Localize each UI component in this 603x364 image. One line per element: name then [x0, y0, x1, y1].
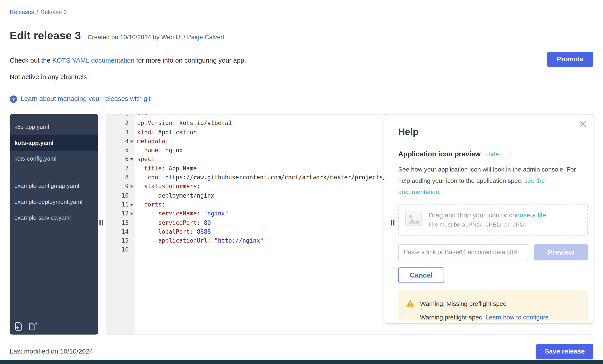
help-panel-resize-handle[interactable]	[391, 220, 394, 225]
line-number: 1	[106, 114, 129, 119]
file-item[interactable]: example-service.yaml	[10, 210, 98, 225]
help-title: Help	[398, 126, 587, 138]
title-row: Edit release 3 Created on 10/10/2024 by …	[10, 29, 224, 42]
line-number: 4	[106, 137, 129, 146]
line-number: 15	[106, 236, 129, 245]
breadcrumb-current: Release 3	[40, 9, 67, 15]
image-placeholder-icon	[405, 212, 422, 228]
created-text: Created on 10/10/2024 by Web UI /	[88, 34, 185, 41]
fold-toggle-icon[interactable]	[130, 186, 133, 188]
code-text: ports:	[134, 200, 165, 210]
fold-cell	[129, 245, 134, 255]
code-text: ---	[134, 114, 148, 119]
fold-cell	[129, 137, 134, 146]
fold-cell	[129, 236, 134, 245]
file-name: example-deployment.yaml	[14, 196, 83, 207]
fold-cell	[129, 218, 134, 227]
file-item[interactable]: k8s-app.yaml	[10, 119, 98, 134]
docs-info: Check out the KOTS YAML documentation fo…	[10, 56, 246, 64]
upload-file-icon[interactable]	[14, 322, 22, 331]
file-list: k8s-app.yamlkots-app.yamlkots-config.yam…	[10, 114, 98, 225]
dropzone-text-block: Drag and drop your icon or choose a file…	[429, 212, 546, 228]
code-text: applicationUrl: "http://nginx"	[134, 236, 264, 245]
fold-toggle-icon[interactable]	[130, 158, 133, 161]
line-number: 8	[106, 173, 129, 182]
fold-toggle-icon[interactable]	[130, 140, 133, 143]
code-text: name: nginx	[134, 146, 183, 155]
code-text: - serviceName: "nginx"	[134, 210, 228, 219]
file-item[interactable]: kots-app.yaml	[10, 135, 98, 151]
configure-preflight-link[interactable]: Learn how to configure	[486, 314, 549, 320]
question-mark-icon: ?	[10, 95, 17, 103]
line-number: 2	[106, 119, 129, 128]
code-text: - deployment/nginx	[134, 191, 214, 200]
fold-cell	[129, 146, 134, 155]
line-number: 3	[106, 128, 129, 137]
file-name: kots-config.yaml	[14, 153, 83, 164]
fold-cell	[129, 210, 134, 219]
created-info: Created on 10/10/2024 by Web UI / Paige …	[88, 34, 224, 41]
fold-cell	[129, 173, 134, 182]
code-text: kind: Application	[134, 128, 197, 137]
kots-yaml-doc-link[interactable]: KOTS YAML documentation	[52, 56, 134, 64]
git-releases-link[interactable]: Learn about managing your releases with …	[21, 95, 151, 103]
code-text: apiVersion: kots.io/v1beta1	[134, 119, 232, 128]
line-number: 13	[106, 218, 129, 227]
icon-url-input[interactable]	[398, 244, 528, 260]
line-number: 11	[106, 200, 129, 210]
icon-dropzone[interactable]: Drag and drop your icon or choose a file…	[398, 204, 588, 236]
sidebar-resize-handle[interactable]	[99, 220, 103, 225]
line-number: 6	[106, 155, 129, 164]
file-item[interactable]: kots-config.yaml	[10, 151, 98, 166]
save-release-button[interactable]: Save release	[536, 344, 593, 360]
close-icon[interactable]	[579, 120, 587, 129]
hide-link[interactable]: Hide	[486, 151, 499, 158]
fold-toggle-icon[interactable]	[130, 213, 133, 215]
code-text: spec:	[134, 155, 155, 164]
code-text: servicePort: 80	[134, 218, 211, 227]
file-name: kots-app.yaml	[14, 137, 83, 148]
dropzone-filetypes: File must be a .PNG, .JPEG, or .JPG	[429, 221, 546, 228]
docs-suffix: for more info on configuring your app.	[136, 56, 246, 64]
help-description-text: See how your application icon will look …	[398, 166, 576, 184]
file-sidebar: k8s-app.yamlkots-app.yamlkots-config.yam…	[10, 114, 98, 335]
code-text: localPort: 8888	[134, 227, 211, 237]
preflight-warning: Warning: Missing preflight spec Warning …	[398, 290, 588, 321]
fold-cell	[129, 200, 134, 210]
icon-preview-title: Application icon preview	[398, 150, 481, 158]
breadcrumb-releases-link[interactable]: Releases	[10, 9, 34, 15]
file-name: example-service.yaml	[14, 212, 83, 223]
choose-file-link[interactable]: choose a file	[509, 212, 546, 219]
fold-cell	[129, 182, 134, 191]
fold-toggle-icon[interactable]	[130, 204, 133, 206]
file-item[interactable]: example-configmap.yaml	[10, 178, 98, 194]
file-item[interactable]: example-deployment.yaml	[10, 194, 98, 210]
help-panel: Help Application icon preview Hide See h…	[384, 114, 593, 324]
help-description-period: .	[439, 189, 441, 195]
file-name: example-configmap.yaml	[14, 180, 83, 191]
new-file-icon[interactable]	[28, 322, 38, 331]
warning-text-block: Warning: Missing preflight spec Warning …	[420, 300, 549, 321]
dropzone-text: Drag and drop your icon or	[429, 212, 507, 219]
fold-cell	[129, 191, 134, 200]
promote-button[interactable]: Promote	[547, 52, 593, 66]
code-text: statusInformers:	[134, 182, 200, 191]
created-author-link[interactable]: Paige Calvert	[187, 34, 224, 41]
line-number: 5	[106, 146, 129, 155]
icon-preview-section-header: Application icon preview Hide	[398, 150, 587, 158]
code-text: metadata:	[134, 137, 169, 146]
line-number: 16	[106, 245, 129, 255]
fold-cell	[129, 119, 134, 128]
fold-cell	[129, 164, 134, 173]
preview-button[interactable]: Preview	[534, 244, 588, 260]
git-help-row: ? Learn about managing your releases wit…	[10, 95, 151, 103]
fold-cell	[129, 227, 134, 237]
line-number: 10	[106, 191, 129, 200]
fold-cell	[129, 114, 134, 119]
warning-icon	[406, 299, 415, 321]
docs-prefix: Check out the	[10, 56, 51, 64]
warning-body: Warning preflight-spec.	[420, 314, 484, 320]
warning-detail: Warning preflight-spec. Learn how to con…	[420, 314, 549, 321]
line-number: 9	[106, 182, 129, 191]
cancel-button[interactable]: Cancel	[398, 267, 444, 283]
